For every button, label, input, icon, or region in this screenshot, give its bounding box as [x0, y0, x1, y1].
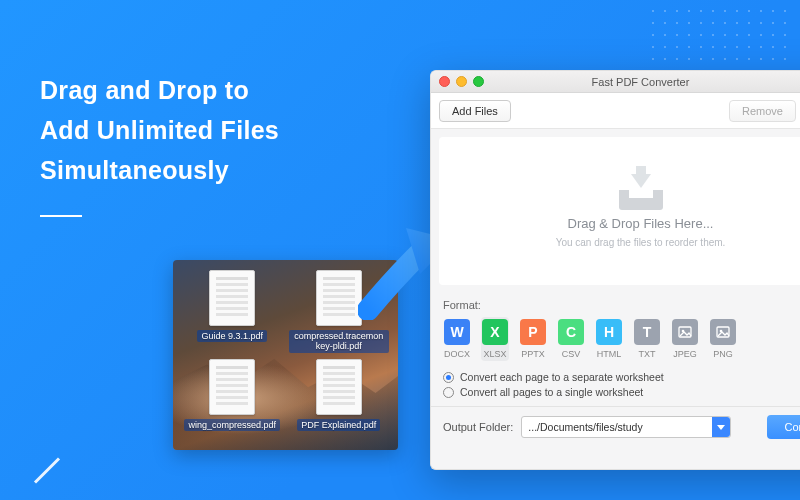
format-option-xlsx[interactable]: XXLSX	[481, 317, 509, 361]
headline-line: Simultaneously	[40, 150, 279, 190]
output-folder-select[interactable]: .../Documents/files/study	[521, 416, 731, 438]
chevron-down-icon[interactable]	[712, 417, 730, 437]
format-caption: PNG	[713, 349, 733, 359]
window-titlebar[interactable]: Fast PDF Converter	[431, 71, 800, 93]
file-label: Guide 9.3.1.pdf	[197, 330, 267, 342]
format-caption: DOCX	[444, 349, 470, 359]
file-label: wing_compressed.pdf	[184, 419, 280, 431]
format-badge-icon: X	[482, 319, 508, 345]
remove-button[interactable]: Remove	[729, 100, 796, 122]
minimize-icon[interactable]	[456, 76, 467, 87]
output-folder-value: .../Documents/files/study	[522, 421, 712, 433]
format-badge-icon: H	[596, 319, 622, 345]
option-label: Convert all pages to a single worksheet	[460, 386, 643, 398]
format-caption: HTML	[597, 349, 622, 359]
format-caption: XLSX	[484, 349, 507, 359]
file-label: compressed.tracemonkey-pldi.pdf	[289, 330, 389, 353]
format-badge-icon	[710, 319, 736, 345]
add-files-button[interactable]: Add Files	[439, 100, 511, 122]
conversion-options: Convert each page to a separate workshee…	[443, 371, 800, 398]
toolbar: Add Files Remove Re	[431, 93, 800, 129]
dropzone[interactable]: Drag & Drop Files Here... You can drag t…	[439, 137, 800, 285]
format-badge-icon: P	[520, 319, 546, 345]
conversion-option[interactable]: Convert all pages to a single worksheet	[443, 386, 800, 398]
convert-button[interactable]: Conver	[767, 415, 800, 439]
headline-line: Add Unlimited Files	[40, 110, 279, 150]
settings-panel: Format: WDOCXXXLSXPPPTXCCSVHHTMLTTXTJPEG…	[431, 293, 800, 449]
format-caption: TXT	[639, 349, 656, 359]
decorative-slash	[34, 457, 60, 483]
desktop-file[interactable]: Guide 9.3.1.pdf	[181, 270, 284, 355]
format-badge-icon	[672, 319, 698, 345]
divider	[431, 406, 800, 407]
format-badge-icon: W	[444, 319, 470, 345]
desktop-file[interactable]: PDF Explained.pdf	[288, 359, 391, 444]
file-label: PDF Explained.pdf	[297, 419, 380, 431]
format-option-txt[interactable]: TTXT	[633, 317, 661, 361]
window-title: Fast PDF Converter	[592, 76, 690, 88]
headline: Drag and Drop to Add Unlimited Files Sim…	[40, 70, 279, 190]
zoom-icon[interactable]	[473, 76, 484, 87]
headline-underline	[40, 215, 82, 217]
format-row: WDOCXXXLSXPPPTXCCSVHHTMLTTXTJPEGPNG	[443, 317, 800, 361]
format-badge-icon: T	[634, 319, 660, 345]
format-option-docx[interactable]: WDOCX	[443, 317, 471, 361]
format-caption: CSV	[562, 349, 581, 359]
traffic-lights	[439, 76, 484, 87]
dropzone-title: Drag & Drop Files Here...	[568, 216, 714, 231]
pdf-file-icon	[209, 359, 255, 415]
format-option-html[interactable]: HHTML	[595, 317, 623, 361]
format-caption: PPTX	[521, 349, 545, 359]
output-row: Output Folder: .../Documents/files/study…	[443, 415, 800, 439]
radio-icon[interactable]	[443, 372, 454, 383]
output-folder-label: Output Folder:	[443, 421, 513, 433]
format-badge-icon: C	[558, 319, 584, 345]
pdf-file-icon	[316, 270, 362, 326]
dropzone-icon	[619, 174, 663, 210]
format-option-csv[interactable]: CCSV	[557, 317, 585, 361]
format-label: Format:	[443, 299, 800, 311]
format-option-jpeg[interactable]: JPEG	[671, 317, 699, 361]
app-window: Fast PDF Converter Add Files Remove Re D…	[430, 70, 800, 470]
promo-stage: Drag and Drop to Add Unlimited Files Sim…	[0, 0, 800, 500]
close-icon[interactable]	[439, 76, 450, 87]
conversion-option[interactable]: Convert each page to a separate workshee…	[443, 371, 800, 383]
option-label: Convert each page to a separate workshee…	[460, 371, 664, 383]
pdf-file-icon	[316, 359, 362, 415]
dropzone-subtitle: You can drag the files to reorder them.	[556, 237, 726, 248]
format-caption: JPEG	[673, 349, 697, 359]
headline-line: Drag and Drop to	[40, 70, 279, 110]
pdf-file-icon	[209, 270, 255, 326]
format-option-png[interactable]: PNG	[709, 317, 737, 361]
radio-icon[interactable]	[443, 387, 454, 398]
desktop-file[interactable]: wing_compressed.pdf	[181, 359, 284, 444]
format-option-pptx[interactable]: PPPTX	[519, 317, 547, 361]
